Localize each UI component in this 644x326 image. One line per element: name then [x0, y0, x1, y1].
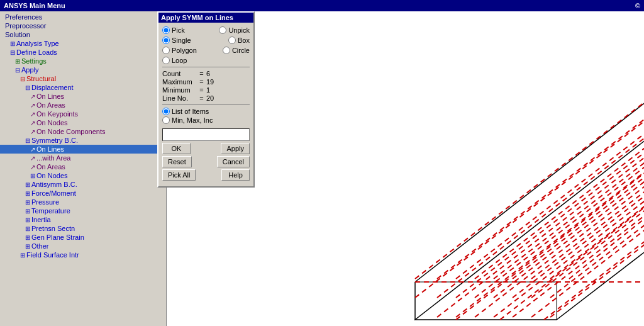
separator-2: [162, 104, 250, 105]
expand-icon-antisymm-bc: ⊞: [25, 181, 30, 188]
sidebar-item-symm-on-nodes[interactable]: ⊞ On Nodes: [0, 171, 166, 180]
sidebar-item-apply[interactable]: ⊟ Apply: [0, 65, 166, 74]
minimum-row: Minimum = 1: [162, 86, 250, 94]
on-keypoints-label: On Keypoints: [36, 110, 78, 118]
pick-radio-label[interactable]: Pick: [162, 26, 185, 34]
expand-icon-analysis: ⊞: [10, 40, 15, 47]
list-of-items-radio[interactable]: [162, 108, 170, 115]
expand-icon-pretnsn: ⊞: [25, 225, 30, 232]
arrow-icon-with-area: ↗: [30, 155, 35, 162]
expand-icon-temperature: ⊞: [25, 208, 30, 215]
pretnsn-sectn-label: Pretnsn Sectn: [31, 225, 75, 232]
sidebar-item-analysis-type[interactable]: ⊞ Analysis Type: [0, 39, 166, 48]
circle-label: Circle: [232, 47, 250, 54]
sidebar-item-on-areas[interactable]: ↗ On Areas: [0, 101, 166, 110]
single-label: Single: [172, 37, 191, 44]
shape-outline: Z X: [415, 69, 644, 320]
count-label: Count: [162, 70, 197, 77]
min-max-inc-radio[interactable]: [162, 116, 170, 124]
pick-label: Pick: [172, 26, 185, 34]
pick-radio[interactable]: [162, 26, 170, 34]
sidebar-item-temperature[interactable]: ⊞ Temperature: [0, 206, 166, 215]
collapse-icon-define-loads: ⊟: [10, 49, 15, 56]
field-surface-intr-label: Field Surface Intr: [26, 251, 79, 259]
expand-icon-pressure: ⊞: [25, 199, 30, 206]
circle-radio-label[interactable]: Circle: [223, 47, 250, 54]
sidebar-item-settings[interactable]: ⊞ Settings: [0, 57, 166, 65]
dialog-title-bar: Apply SYMM on Lines: [158, 13, 253, 23]
circle-radio[interactable]: [223, 47, 230, 54]
preferences-label: Preferences: [5, 13, 42, 21]
sidebar-item-on-lines[interactable]: ↗ On Lines: [0, 92, 166, 101]
expand-icon-force-moment: ⊞: [25, 190, 30, 197]
box-radio-label[interactable]: Box: [228, 37, 250, 44]
list-input-field[interactable]: [162, 128, 250, 141]
structural-label: Structural: [26, 75, 56, 82]
single-radio-label[interactable]: Single: [162, 37, 191, 44]
apply-symm-dialog: Apply SYMM on Lines Pick Unpick: [157, 11, 255, 188]
with-area-label: ...with Area: [36, 154, 70, 162]
dialog-content: Pick Unpick Single: [158, 23, 253, 186]
list-of-items-radio-label[interactable]: List of Items: [162, 108, 250, 115]
min-max-inc-radio-label[interactable]: Min, Max, Inc: [162, 116, 250, 124]
sidebar-item-pressure[interactable]: ⊞ Pressure: [0, 198, 166, 206]
pickall-help-row: Pick All Help: [162, 169, 250, 181]
on-lines-label: On Lines: [36, 93, 64, 100]
sidebar-item-force-moment[interactable]: ⊞ Force/Moment: [0, 189, 166, 198]
sidebar-item-gen-plane-strain[interactable]: ⊞ Gen Plane Strain: [0, 233, 166, 242]
collapse-icon-structural: ⊟: [20, 76, 25, 82]
single-box-group: Single Box: [162, 37, 250, 44]
sidebar-item-on-keypoints[interactable]: ↗ On Keypoints: [0, 110, 166, 118]
temperature-label: Temperature: [31, 207, 70, 215]
sidebar-item-on-node-components[interactable]: ↗ On Node Components: [0, 127, 166, 136]
unpick-radio-label[interactable]: Unpick: [219, 26, 250, 34]
polygon-radio-label[interactable]: Polygon: [162, 47, 197, 54]
main-content: Preferences Preprocessor Solution ⊞ Anal…: [0, 11, 644, 326]
reset-button[interactable]: Reset: [162, 156, 192, 167]
sidebar-item-with-area[interactable]: ↗ ...with Area: [0, 154, 166, 162]
sidebar-item-symm-on-areas[interactable]: ↗ On Areas: [0, 162, 166, 171]
sidebar-item-symm-on-lines[interactable]: ↗ On Lines: [0, 145, 166, 154]
cancel-button[interactable]: Cancel: [217, 156, 250, 167]
sidebar-item-on-nodes[interactable]: ↗ On Nodes: [0, 118, 166, 127]
analysis-type-label: Analysis Type: [16, 40, 59, 47]
sidebar-item-preferences[interactable]: Preferences: [0, 13, 166, 21]
loop-radio-label[interactable]: Loop: [162, 57, 250, 64]
box-radio[interactable]: [228, 37, 236, 44]
sidebar-item-define-loads[interactable]: ⊟ Define Loads: [0, 48, 166, 57]
sidebar-item-solution[interactable]: Solution: [0, 30, 166, 39]
sidebar-item-preprocessor[interactable]: Preprocessor: [0, 21, 166, 30]
shape-polygon: [415, 131, 644, 320]
arrow-icon-on-areas: ↗: [30, 102, 35, 109]
sidebar-item-symmetry-bc[interactable]: ⊟ Symmetry B.C.: [0, 136, 166, 145]
on-node-components-label: On Node Components: [36, 128, 105, 135]
loop-radio[interactable]: [162, 57, 170, 64]
sidebar-item-field-surface-intr[interactable]: ⊞ Field Surface Intr: [0, 250, 166, 259]
inertia-label: Inertia: [31, 216, 51, 223]
title-bar-close[interactable]: ©: [635, 2, 640, 9]
sidebar-item-inertia[interactable]: ⊞ Inertia: [0, 215, 166, 224]
sidebar-item-other[interactable]: ⊞ Other: [0, 242, 166, 250]
polygon-circle-row: Polygon Circle: [162, 47, 250, 54]
polygon-label: Polygon: [172, 47, 197, 54]
polygon-radio[interactable]: [162, 47, 170, 54]
sidebar-item-pretnsn-sectn[interactable]: ⊞ Pretnsn Sectn: [0, 224, 166, 233]
symm-on-areas-label: On Areas: [36, 163, 65, 171]
help-button[interactable]: Help: [221, 169, 250, 181]
lineno-value: 20: [206, 94, 214, 102]
apply-button[interactable]: Apply: [221, 143, 250, 154]
sidebar-item-structural[interactable]: ⊟ Structural: [0, 74, 166, 83]
ok-button[interactable]: OK: [162, 143, 191, 154]
min-max-inc-label: Min, Max, Inc: [172, 116, 213, 124]
count-eq: =: [197, 70, 206, 77]
title-bar: ANSYS Main Menu ©: [0, 0, 644, 11]
list-of-items-label: List of Items: [172, 108, 209, 115]
unpick-radio[interactable]: [219, 26, 226, 34]
on-areas-label: On Areas: [36, 101, 65, 109]
single-radio[interactable]: [162, 37, 170, 44]
maximum-row: Maximum = 19: [162, 78, 250, 86]
pick-all-button[interactable]: Pick All: [162, 169, 196, 181]
polygon-circle-group: Polygon Circle: [162, 47, 250, 54]
sidebar-item-antisymm-bc[interactable]: ⊞ Antisymm B.C.: [0, 180, 166, 189]
sidebar-item-displacement[interactable]: ⊟ Displacement: [0, 83, 166, 92]
